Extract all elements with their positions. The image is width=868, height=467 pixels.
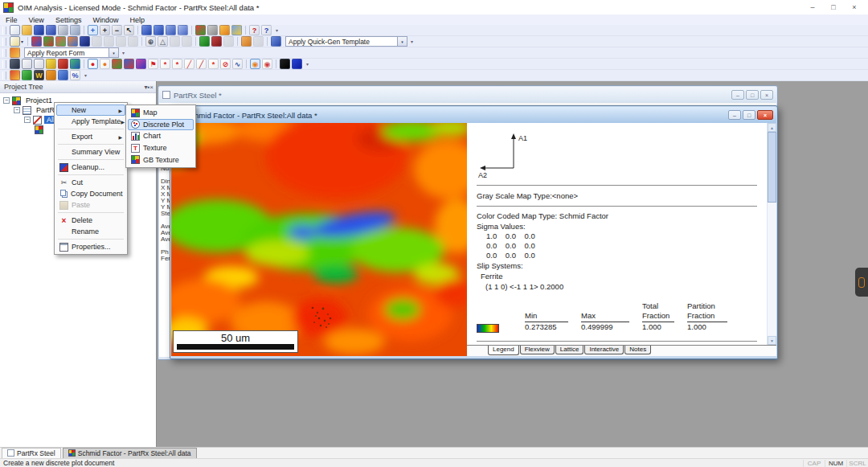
cascade-windows-icon[interactable] xyxy=(141,25,152,35)
menu-window[interactable]: Window xyxy=(87,14,124,25)
app-restore-button[interactable]: □ xyxy=(823,3,844,11)
tab-flexview[interactable]: Flexview xyxy=(520,346,555,354)
texture-plot-1-icon[interactable] xyxy=(170,36,180,47)
docwin-close-button[interactable]: × xyxy=(757,110,773,120)
menu-file[interactable]: File xyxy=(0,14,23,25)
misorientation-map-icon[interactable] xyxy=(80,36,90,47)
menu-item-map[interactable]: Map xyxy=(128,107,194,119)
chevron-down-icon[interactable]: ▾ xyxy=(397,37,407,46)
legend-scrollbar[interactable]: ▲ ▼ xyxy=(767,123,776,345)
menu-item-summary-view[interactable]: Summary View xyxy=(56,146,125,158)
menu-item-apply-template[interactable]: Apply Template▶ xyxy=(56,116,125,127)
menu-item-gb-texture[interactable]: GB Texture xyxy=(128,154,194,166)
help-icon[interactable]: ? xyxy=(249,25,260,35)
new-map-template-icon[interactable] xyxy=(10,36,20,47)
tab-lattice[interactable]: Lattice xyxy=(555,346,584,354)
crop-data-icon[interactable] xyxy=(22,70,32,80)
snapshot-icon[interactable] xyxy=(231,25,242,35)
gray-scale-icon[interactable] xyxy=(207,25,218,35)
grain-point-icon[interactable]: ● xyxy=(100,59,110,69)
batch-template-icon[interactable] xyxy=(271,36,281,47)
map-template-6-icon[interactable] xyxy=(92,36,102,47)
unit-triangle-icon[interactable]: △ xyxy=(158,36,168,47)
scatter-ipf-icon[interactable]: * xyxy=(172,59,182,69)
chart-red-icon[interactable] xyxy=(211,36,222,47)
menu-help[interactable]: Help xyxy=(124,14,150,25)
highlight-point-icon[interactable]: ◉ xyxy=(250,59,260,69)
app-close-button[interactable]: × xyxy=(844,3,865,11)
chart-green-icon[interactable] xyxy=(199,36,210,47)
docwin-minimize-button[interactable]: – xyxy=(728,110,741,120)
report-form-icon[interactable] xyxy=(10,47,20,58)
phase-map-icon[interactable] xyxy=(43,36,54,47)
scrollbar-up-button[interactable]: ▲ xyxy=(768,123,776,132)
docwin-title-bar[interactable]: Schmid Factor - PartRx Steel:All data * … xyxy=(171,107,776,123)
tile-horizontal-icon[interactable] xyxy=(154,25,164,35)
app-minimize-button[interactable]: – xyxy=(802,3,823,11)
flag-point-icon[interactable]: ⚑ xyxy=(148,59,158,69)
chart-disabled-icon[interactable] xyxy=(223,36,234,47)
pole-figure-icon[interactable] xyxy=(112,59,122,69)
tree-expander[interactable]: − xyxy=(24,117,31,123)
confidence-index-map-icon[interactable] xyxy=(68,36,78,47)
bgwin-title-bar[interactable]: PartRx Steel * –□× xyxy=(159,87,776,103)
bgwin-close-button[interactable]: × xyxy=(760,90,773,100)
taskbar-tab-partrx-steel[interactable]: PartRx Steel xyxy=(2,448,61,459)
toolbar-overflow-icon[interactable]: ▾ xyxy=(122,50,125,55)
menu-item-export[interactable]: Export▶ xyxy=(56,131,125,142)
line-profile-icon[interactable]: ╱ xyxy=(184,59,194,69)
open-folder-icon[interactable] xyxy=(22,25,32,35)
menu-item-new[interactable]: New▶ xyxy=(56,104,125,116)
scrollbar-thumb[interactable] xyxy=(768,132,776,203)
toolbar-overflow-icon[interactable]: ▾ xyxy=(84,72,87,78)
schmid-factor-window[interactable]: Schmid Factor - PartRx Steel:All data * … xyxy=(170,105,778,359)
menu-item-rename[interactable]: Rename xyxy=(56,226,125,237)
color-legend-icon[interactable] xyxy=(195,25,206,35)
map-background-blue-swatch[interactable] xyxy=(292,59,302,69)
export-disabled-icon[interactable] xyxy=(253,36,264,47)
menu-item-cleanup[interactable]: Cleanup... xyxy=(56,162,125,173)
report-form-combo[interactable]: Apply Report Form▾ xyxy=(24,47,119,58)
tab-notes[interactable]: Notes xyxy=(624,346,651,354)
context-help-icon[interactable]: ? xyxy=(261,25,272,35)
menu-item-properties[interactable]: Properties... xyxy=(56,241,125,252)
quick-gen-template-combo[interactable]: Apply Quick-Gen Template▾ xyxy=(285,36,407,47)
menu-view[interactable]: View xyxy=(23,14,50,25)
highlight-tool-icon[interactable] xyxy=(219,25,230,35)
tab-legend[interactable]: Legend xyxy=(488,346,519,355)
exclude-point-icon[interactable]: ⊘ xyxy=(220,59,231,69)
arrange-windows-icon[interactable] xyxy=(178,25,188,35)
menu-item-cut[interactable]: ✂Cut xyxy=(56,177,125,188)
new-partition-icon[interactable] xyxy=(58,70,68,80)
menu-item-chart[interactable]: Chart xyxy=(128,130,194,142)
map-area[interactable]: 50 um xyxy=(171,123,467,356)
zoom-out-icon[interactable]: − xyxy=(112,25,122,35)
side-widget[interactable] xyxy=(855,268,868,297)
texture-plot-2-icon[interactable] xyxy=(182,36,192,47)
taskbar-tab-schmid-factor-partrx-steel-all-data[interactable]: Schmid Factor - PartRx Steel:All data xyxy=(63,448,197,459)
cleanup-data-icon[interactable] xyxy=(10,70,20,80)
map-background-black-swatch[interactable] xyxy=(280,59,290,69)
menu-item-discrete-plot[interactable]: Discrete Plot xyxy=(128,119,194,131)
select-cursor-icon[interactable]: ↖ xyxy=(124,25,134,35)
map-template-9-icon[interactable] xyxy=(128,36,138,47)
map-template-7-icon[interactable] xyxy=(104,36,114,47)
bgwin-restore-button[interactable]: □ xyxy=(746,90,759,100)
export-image-icon[interactable] xyxy=(70,25,80,35)
bgwin-minimize-button[interactable]: – xyxy=(731,90,744,100)
toolbar-overflow-icon[interactable]: ▾ xyxy=(276,27,278,33)
tile-vertical-icon[interactable] xyxy=(166,25,176,35)
save-all-icon[interactable] xyxy=(46,25,56,35)
menu-item-copy-document[interactable]: Copy Document xyxy=(56,188,125,199)
menu-item-paste[interactable]: Paste xyxy=(56,199,125,211)
menu-settings[interactable]: Settings xyxy=(50,14,88,25)
scrollbar-down-button[interactable]: ▼ xyxy=(768,336,776,345)
toolbar-overflow-icon[interactable]: ▾ xyxy=(411,39,413,44)
inverse-pole-figure-icon[interactable] xyxy=(124,59,134,69)
print-icon[interactable] xyxy=(58,25,68,35)
schmid-factor-map[interactable] xyxy=(171,123,467,356)
single-point-icon[interactable]: ● xyxy=(88,59,98,69)
dropdown-caret-icon[interactable]: ▾ xyxy=(21,39,23,44)
rotate-data-icon[interactable]: W xyxy=(34,70,44,80)
pan-tool-icon[interactable]: + xyxy=(88,25,98,35)
